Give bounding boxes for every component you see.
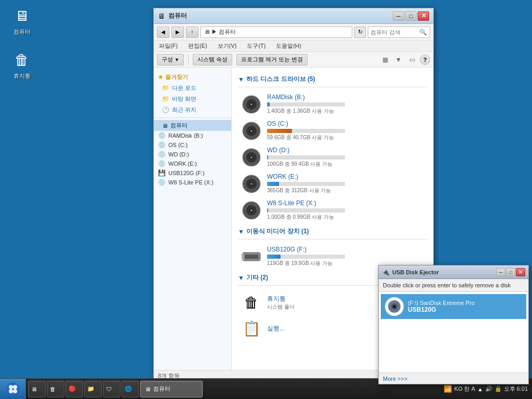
drive-bar-fill-c [267,129,292,133]
drive-name-f: USB120G (F:) [267,246,424,253]
svg-point-25 [393,305,396,308]
drive-bar-bg-d [267,155,345,159]
menu-file[interactable]: 파일(F) [157,41,180,51]
svg-point-15 [250,183,252,185]
drive-icon-b: 💿 [158,132,166,139]
sidebar-item-recent[interactable]: 🕐 최근 위치 [154,104,231,115]
taskbar-computer-window[interactable]: 🖥 컴퓨터 [140,381,203,397]
removable-section-divider [238,239,427,240]
drive-item-x[interactable]: W8 S-Lite PE (X:) 1.00GB 중 0.99GB 사용 가능 [238,197,427,223]
search-icon: 🔍 [419,29,427,36]
svg-point-11 [250,156,252,158]
sidebar-item-download[interactable]: 📁 다운 로드 [154,83,231,94]
favorites-header[interactable]: ★ 즐겨찾기 [154,72,231,83]
removable-section-header[interactable]: ▼ 이동식 미디어 장치 (1) [238,227,427,236]
usb-device-info: (F:\) SanDisk Extreme Pro USB120G [408,300,474,313]
tray-network-icon: 📶 [444,385,452,393]
hdd-section-header[interactable]: ▼ 하드 디스크 드라이브 (5) [238,75,427,84]
start-orb-icon [6,382,20,396]
sidebar-item-desktop[interactable]: 📁 바탕 화면 [154,94,231,104]
desktop-icon-recycle[interactable]: 🗑 휴지통 [5,49,38,80]
start-button[interactable] [0,379,26,400]
drive-name-e: WORK (E:) [267,173,424,180]
clock-icon: 🕐 [162,107,169,113]
sidebar-drive-e[interactable]: 💿 WORK (E:) [154,159,231,168]
taskbar-tray: 📶 KO 한 A ▲ 🔊 🔒 오후 6:01 [440,385,532,393]
menu-help[interactable]: 도움말(H) [274,41,303,51]
help-button[interactable]: ? [420,55,430,65]
up-button[interactable]: ↑ [186,26,198,38]
tray-speaker-icon: 🔊 [485,385,493,392]
folder-icon-desktop: 📁 [162,96,169,102]
drive-name-d: WD (D:) [267,147,424,154]
uninstall-button[interactable]: 프로그램 제거 또는 변경 [236,54,308,65]
sidebar-item-computer[interactable]: 🖥 컴퓨터 [154,120,231,131]
menu-edit[interactable]: 편집(E) [186,41,209,51]
organize-button[interactable]: 구성 ▼ [157,54,184,65]
svg-point-19 [250,209,252,211]
hdd-section-divider [238,87,427,87]
menu-tools[interactable]: 도구(T) [245,41,268,51]
refresh-button[interactable]: ↻ [354,26,366,38]
tray-arrow-icon: ▲ [477,386,483,392]
menu-view[interactable]: 보기(V) [216,41,239,51]
drive-info-f: USB120G (F:) 119GB 중 19.8GB 사용 가능 [267,246,424,267]
taskbar-icon-3[interactable]: 🔴 [65,381,83,397]
drive-size-d: 100GB 중 99.4GB 사용 가능 [267,161,424,168]
taskbar-icon-1[interactable]: 🖥 [28,381,46,397]
sidebar-drive-f[interactable]: 💾 USB120G (F:) [154,168,231,178]
minimize-button[interactable]: ─ [393,11,404,21]
address-path[interactable]: 🖥 ▶ 컴퓨터 [201,26,352,38]
view-dropdown-button[interactable]: ▼ [393,55,404,65]
drive-disc-b [241,94,262,115]
maximize-button[interactable]: □ [405,11,417,21]
drive-info-c: OS (C:) 59.6GB 중 40.7GB 사용 가능 [267,120,424,141]
usb-instruction: Double click or press enter to safely re… [379,279,528,292]
sidebar-drive-c[interactable]: 💿 OS (C:) [154,140,231,150]
taskbar-icon-4[interactable]: 📁 [84,381,102,397]
usb-titlebar-title: USB Disk Ejector [392,269,494,275]
preview-pane-button[interactable]: ▭ [406,55,418,65]
drive-name-c: OS (C:) [267,120,424,127]
computer-icon-label: 컴퓨터 [14,28,31,36]
forward-button[interactable]: ▶ [171,26,184,38]
drive-bar-fill-d [267,155,268,159]
usb-device-icon [385,297,404,316]
sidebar: ★ 즐겨찾기 📁 다운 로드 📁 바탕 화면 🕐 최근 위치 [154,68,232,370]
system-props-button[interactable]: 시스템 속성 [193,54,232,65]
usb-more-button[interactable]: More >>> [379,373,528,384]
drive-icon-d: 💿 [158,151,166,158]
taskbar-icon-6[interactable]: 🌐 [122,381,139,397]
drive-info-b: RAMDisk (B:) 1.40GB 중 1.36GB 사용 가능 [267,94,424,115]
usb-close-button[interactable]: ✕ [516,268,525,276]
svg-rect-21 [245,255,258,259]
sidebar-drive-b[interactable]: 💿 RAMDisk (B:) [154,131,231,140]
usb-minimize-button[interactable]: ─ [496,268,506,276]
taskbar-icon-5[interactable]: 🛡 [103,381,121,397]
drive-item-b[interactable]: RAMDisk (B:) 1.40GB 중 1.36GB 사용 가능 [238,91,427,117]
usb-device-item[interactable]: (F:\) SanDisk Extreme Pro USB120G [381,294,526,319]
drive-item-d[interactable]: WD (D:) 100GB 중 99.4GB 사용 가능 [238,144,427,170]
toolbar-right: ▦ ▼ ▭ ? [379,55,430,65]
drive-bar-fill-x [267,208,268,212]
taskbar-clock[interactable]: 오후 6:01 [504,385,528,393]
drive-name-b: RAMDisk (B:) [267,94,424,101]
drive-disc-x [241,200,262,221]
desktop-icon-computer[interactable]: 🖥 컴퓨터 [5,5,38,36]
drive-bar-fill-f [267,255,281,259]
taskbar-icon-2[interactable]: 🗑 [47,381,64,397]
drive-icon-x: 💿 [158,179,166,186]
search-input[interactable] [370,29,417,35]
back-button[interactable]: ◀ [157,26,169,38]
usb-maximize-button[interactable]: □ [506,268,515,276]
view-options-button[interactable]: ▦ [379,55,391,65]
drive-item-c[interactable]: OS (C:) 59.6GB 중 40.7GB 사용 가능 [238,118,427,143]
sidebar-drive-d[interactable]: 💿 WD (D:) [154,150,231,159]
close-button[interactable]: ✕ [418,11,429,21]
search-box: 🔍 [368,26,430,38]
drive-item-e[interactable]: WORK (E:) 365GB 중 312GB 사용 가능 [238,171,427,196]
svg-rect-22 [242,254,244,260]
disc-icon-d [242,148,261,167]
sidebar-drive-x[interactable]: 💿 W8 S-Lite PE (X:) [154,178,231,187]
favorites-section: ★ 즐겨찾기 📁 다운 로드 📁 바탕 화면 🕐 최근 위치 [154,72,231,115]
